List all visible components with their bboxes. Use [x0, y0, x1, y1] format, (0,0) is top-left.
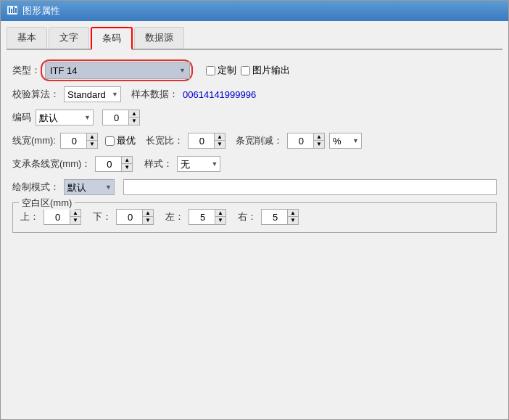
top-down[interactable]: ▼ — [70, 217, 80, 224]
bottom-input[interactable] — [116, 209, 142, 225]
aspect-ratio-up[interactable]: ▲ — [215, 133, 225, 141]
tab-bar: 基本 文字 条码 数据源 — [7, 27, 502, 50]
type-label: 类型： — [12, 64, 41, 77]
type-oval: ITF 14 — [45, 62, 190, 79]
top-label: 上： — [20, 210, 39, 223]
bar-reduction-unit-wrapper: % — [329, 133, 362, 149]
right-spinner: ▲ ▼ — [261, 209, 299, 225]
style-select[interactable]: 无 — [177, 156, 220, 172]
bottom-spinner: ▲ ▼ — [116, 209, 154, 225]
style-label: 样式： — [144, 157, 173, 170]
aspect-ratio-input[interactable] — [188, 133, 214, 149]
svg-rect-4 — [15, 8, 17, 13]
bottom-down[interactable]: ▼ — [143, 217, 153, 224]
bar-reduction-spinner: ▲ ▼ — [287, 133, 325, 149]
encoding-row: 编码 默认 ▲ ▼ — [12, 110, 497, 125]
encoding-spinner-up[interactable]: ▲ — [129, 110, 139, 118]
bearer-width-spinner-buttons: ▲ ▼ — [121, 156, 133, 172]
tab-barcode[interactable]: 条码 — [91, 27, 133, 50]
bar-reduction-input[interactable] — [287, 133, 313, 149]
aspect-ratio-down[interactable]: ▼ — [215, 141, 225, 148]
draw-mode-select[interactable]: 默认 — [64, 179, 115, 195]
check-algo-row: 校验算法： Standard 样本数据： 00614141999996 — [12, 86, 497, 102]
line-width-spinner-buttons: ▲ ▼ — [86, 133, 98, 149]
whitespace-group: 空白区(mm) 上： ▲ ▼ 下： ▲ — [12, 202, 497, 233]
left-input[interactable] — [189, 209, 215, 225]
bearer-width-input[interactable] — [95, 156, 121, 172]
bearer-width-up[interactable]: ▲ — [122, 157, 132, 164]
bottom-up[interactable]: ▲ — [143, 210, 153, 217]
check-algo-label: 校验算法： — [12, 88, 59, 101]
title-bar: 图形属性 — [1, 1, 508, 21]
encoding-spinner-buttons: ▲ ▼ — [128, 110, 140, 125]
left-up[interactable]: ▲ — [215, 210, 225, 217]
right-label: 右： — [238, 210, 257, 223]
line-width-label: 线宽(mm): — [12, 134, 56, 147]
style-select-wrapper: 无 — [177, 156, 220, 172]
svg-rect-1 — [9, 7, 10, 13]
custom-label: 定制 — [218, 64, 236, 77]
draw-mode-row: 绘制模式： 默认 — [12, 179, 497, 195]
encoding-select-wrapper: 默认 — [36, 110, 94, 125]
line-width-spinner: ▲ ▼ — [60, 133, 98, 149]
encoding-spinner-down[interactable]: ▼ — [129, 118, 139, 125]
encoding-spinner: ▲ ▼ — [102, 110, 140, 125]
bar-reduction-up[interactable]: ▲ — [314, 133, 324, 141]
right-down[interactable]: ▼ — [288, 217, 298, 224]
encoding-select[interactable]: 默认 — [36, 110, 94, 125]
left-spinner-buttons: ▲ ▼ — [215, 209, 226, 225]
image-output-checkbox-label[interactable]: 图片输出 — [241, 64, 290, 77]
tab-text[interactable]: 文字 — [49, 27, 89, 49]
content: 基本 文字 条码 数据源 类型： ITF 14 — [1, 21, 508, 242]
aspect-ratio-label: 长宽比： — [146, 134, 183, 147]
line-width-up[interactable]: ▲ — [87, 133, 97, 141]
image-output-label: 图片输出 — [252, 64, 290, 77]
optimal-checkbox-label[interactable]: 最优 — [105, 134, 136, 147]
sample-data-label: 样本数据： — [131, 88, 178, 101]
top-input[interactable] — [44, 209, 70, 225]
bearer-width-down[interactable]: ▼ — [122, 164, 132, 171]
encoding-num-input[interactable] — [102, 110, 128, 125]
top-spinner: ▲ ▼ — [44, 209, 81, 225]
left-spinner: ▲ ▼ — [189, 209, 226, 225]
bearer-width-spinner: ▲ ▼ — [95, 156, 133, 172]
bottom-label: 下： — [93, 210, 112, 223]
right-up[interactable]: ▲ — [288, 210, 298, 217]
bearer-width-label: 支承条线宽(mm)： — [12, 157, 91, 170]
window-title: 图形属性 — [22, 4, 60, 17]
bar-reduction-down[interactable]: ▼ — [314, 141, 324, 148]
line-width-row: 线宽(mm): ▲ ▼ 最优 长宽比： ▲ ▼ — [12, 133, 497, 149]
whitespace-title: 空白区(mm) — [19, 197, 75, 210]
right-spinner-buttons: ▲ ▼ — [287, 209, 299, 225]
bar-reduction-label: 条宽削减： — [236, 134, 283, 147]
type-select-wrapper: ITF 14 — [45, 62, 190, 79]
tab-basic[interactable]: 基本 — [7, 27, 47, 49]
tab-datasource[interactable]: 数据源 — [134, 27, 184, 49]
custom-checkbox[interactable] — [206, 66, 215, 75]
type-select[interactable]: ITF 14 — [45, 62, 190, 79]
left-label: 左： — [165, 210, 184, 223]
right-input[interactable] — [261, 209, 287, 225]
check-algo-select[interactable]: Standard — [64, 86, 121, 102]
title-icon — [7, 4, 18, 18]
image-output-checkbox[interactable] — [241, 66, 250, 75]
type-row: 类型： ITF 14 定制 图片输出 — [12, 62, 497, 79]
svg-rect-2 — [11, 9, 12, 13]
line-width-down[interactable]: ▼ — [87, 141, 97, 148]
custom-checkbox-label[interactable]: 定制 — [206, 64, 236, 77]
window: 图形属性 基本 文字 条码 数据源 类型： ITF 14 — [0, 0, 509, 420]
optimal-label: 最优 — [117, 134, 136, 147]
sample-data-value: 00614141999996 — [183, 89, 256, 100]
encoding-label: 编码 — [12, 111, 31, 124]
bearer-width-row: 支承条线宽(mm)： ▲ ▼ 样式： 无 — [12, 156, 497, 172]
left-down[interactable]: ▼ — [215, 217, 225, 224]
bar-reduction-unit-select[interactable]: % — [329, 133, 362, 149]
line-width-input[interactable] — [60, 133, 86, 149]
optimal-checkbox[interactable] — [105, 136, 115, 146]
draw-mode-label: 绘制模式： — [12, 181, 59, 194]
bar-reduction-spinner-buttons: ▲ ▼ — [313, 133, 325, 149]
top-up[interactable]: ▲ — [70, 210, 80, 217]
draw-mode-preview — [123, 179, 497, 195]
aspect-ratio-spinner-buttons: ▲ ▼ — [214, 133, 225, 149]
draw-mode-select-wrapper: 默认 — [64, 179, 115, 195]
